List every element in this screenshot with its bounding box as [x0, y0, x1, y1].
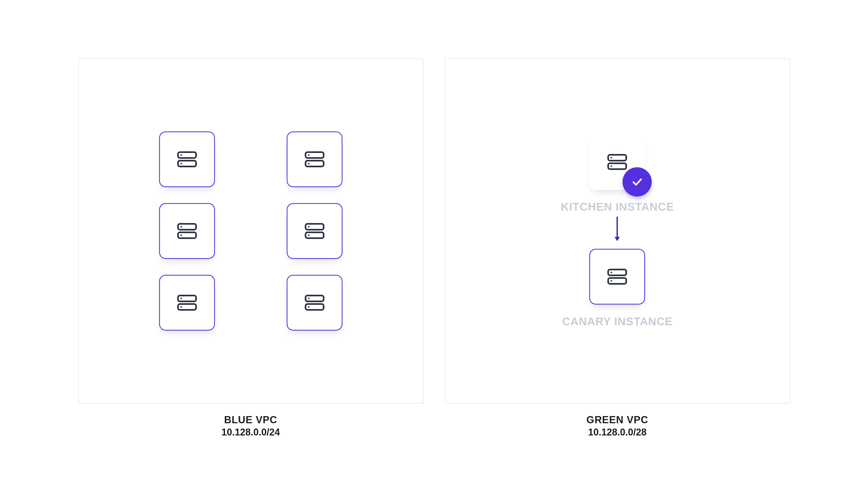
svg-point-2: [180, 154, 182, 156]
svg-point-26: [611, 157, 612, 158]
svg-point-19: [180, 306, 182, 308]
svg-point-14: [308, 226, 309, 228]
blue-vpc-name: BLUE VPC: [221, 414, 280, 425]
server-icon: [607, 268, 627, 285]
server-icon: [177, 151, 197, 168]
server-icon: [177, 222, 197, 239]
server-instance: [287, 275, 342, 330]
check-badge-icon: [623, 167, 652, 197]
blue-vpc-column: BLUE VPC 10.128.0.0/24: [78, 58, 424, 438]
green-vpc-column: KITCHEN INSTANCE: [445, 58, 790, 438]
arrow-down-icon: [614, 214, 620, 244]
svg-point-23: [308, 306, 309, 308]
svg-point-10: [180, 226, 182, 228]
server-instance: [159, 131, 215, 187]
svg-point-6: [308, 154, 309, 156]
server-icon: [304, 151, 325, 168]
canary-instance-card: [589, 249, 645, 305]
green-vpc-cidr: 10.128.0.0/28: [587, 427, 648, 438]
server-instance: [287, 203, 342, 259]
green-vpc-name: GREEN VPC: [587, 414, 648, 425]
svg-point-7: [308, 163, 309, 164]
blue-vpc-caption: BLUE VPC 10.128.0.0/24: [221, 414, 280, 438]
server-instance: [159, 275, 215, 330]
svg-point-22: [308, 298, 309, 299]
green-vpc-inner: KITCHEN INSTANCE: [561, 134, 674, 328]
server-icon: [607, 154, 627, 170]
blue-vpc-panel: [78, 58, 424, 404]
server-instance: [159, 203, 215, 259]
kitchen-instance-group: [589, 134, 645, 190]
vpc-diagram: BLUE VPC 10.128.0.0/24: [62, 58, 806, 438]
svg-point-32: [611, 280, 612, 282]
blue-server-grid: [159, 131, 342, 330]
blue-vpc-cidr: 10.128.0.0/24: [221, 427, 280, 438]
canary-instance-label: CANARY INSTANCE: [562, 315, 673, 328]
svg-point-27: [611, 166, 612, 167]
green-vpc-panel: KITCHEN INSTANCE: [445, 58, 790, 404]
svg-point-18: [180, 298, 182, 299]
svg-point-31: [611, 272, 612, 273]
svg-point-15: [308, 234, 309, 236]
svg-point-11: [180, 234, 182, 236]
server-icon: [304, 222, 325, 239]
server-icon: [177, 294, 197, 311]
server-instance: [287, 131, 342, 187]
server-icon: [304, 294, 325, 311]
green-vpc-caption: GREEN VPC 10.128.0.0/28: [587, 414, 648, 438]
kitchen-instance-label: KITCHEN INSTANCE: [561, 200, 674, 213]
svg-point-3: [180, 163, 182, 164]
